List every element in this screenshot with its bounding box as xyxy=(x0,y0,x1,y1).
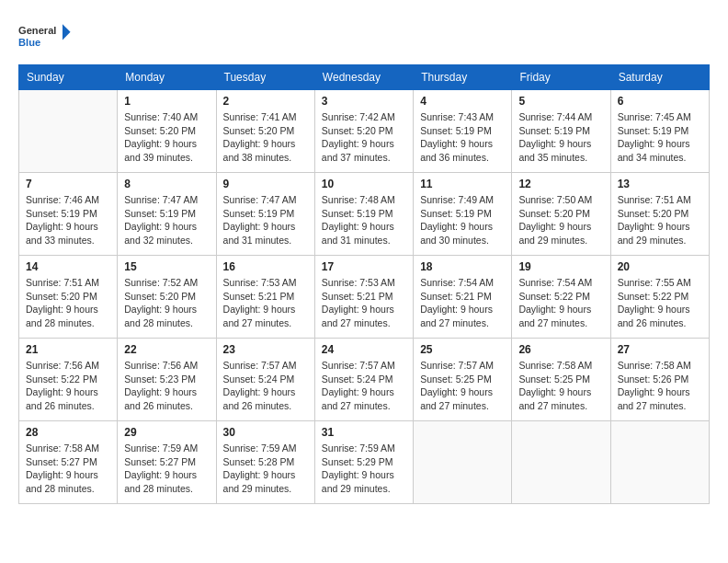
calendar-cell: 18Sunrise: 7:54 AM Sunset: 5:21 PM Dayli… xyxy=(414,256,512,339)
calendar-cell xyxy=(512,421,610,504)
calendar-cell: 7Sunrise: 7:46 AM Sunset: 5:19 PM Daylig… xyxy=(19,173,118,256)
weekday-header: Tuesday xyxy=(216,65,314,90)
day-number: 13 xyxy=(618,178,702,190)
day-info: Sunrise: 7:54 AM Sunset: 5:21 PM Dayligh… xyxy=(420,276,505,330)
day-number: 18 xyxy=(420,260,505,273)
day-info: Sunrise: 7:53 AM Sunset: 5:21 PM Dayligh… xyxy=(223,276,308,330)
day-number: 28 xyxy=(26,426,110,439)
calendar-cell: 4Sunrise: 7:43 AM Sunset: 5:19 PM Daylig… xyxy=(414,90,512,173)
day-number: 4 xyxy=(420,95,505,108)
calendar-cell: 6Sunrise: 7:45 AM Sunset: 5:19 PM Daylig… xyxy=(610,90,709,173)
calendar-table: SundayMondayTuesdayWednesdayThursdayFrid… xyxy=(18,64,710,504)
calendar-cell: 31Sunrise: 7:59 AM Sunset: 5:29 PM Dayli… xyxy=(314,421,413,504)
calendar-cell: 5Sunrise: 7:44 AM Sunset: 5:19 PM Daylig… xyxy=(512,90,610,173)
day-info: Sunrise: 7:48 AM Sunset: 5:19 PM Dayligh… xyxy=(322,193,406,247)
calendar-cell: 27Sunrise: 7:58 AM Sunset: 5:26 PM Dayli… xyxy=(610,339,709,421)
weekday-header: Wednesday xyxy=(314,65,413,90)
calendar-week-row: 14Sunrise: 7:51 AM Sunset: 5:20 PM Dayli… xyxy=(19,256,710,339)
day-number: 11 xyxy=(420,178,505,190)
calendar-cell: 24Sunrise: 7:57 AM Sunset: 5:24 PM Dayli… xyxy=(314,339,413,421)
day-info: Sunrise: 7:59 AM Sunset: 5:29 PM Dayligh… xyxy=(322,442,406,496)
day-number: 19 xyxy=(518,260,603,273)
calendar-cell: 20Sunrise: 7:55 AM Sunset: 5:22 PM Dayli… xyxy=(610,256,709,339)
day-number: 25 xyxy=(420,343,505,356)
calendar-cell: 17Sunrise: 7:53 AM Sunset: 5:21 PM Dayli… xyxy=(314,256,413,339)
day-info: Sunrise: 7:52 AM Sunset: 5:20 PM Dayligh… xyxy=(124,276,209,330)
day-number: 21 xyxy=(26,343,110,356)
calendar-cell: 2Sunrise: 7:41 AM Sunset: 5:20 PM Daylig… xyxy=(216,90,314,173)
calendar-cell: 19Sunrise: 7:54 AM Sunset: 5:22 PM Dayli… xyxy=(512,256,610,339)
day-info: Sunrise: 7:47 AM Sunset: 5:19 PM Dayligh… xyxy=(223,193,308,247)
calendar-cell: 1Sunrise: 7:40 AM Sunset: 5:20 PM Daylig… xyxy=(118,90,216,173)
day-number: 7 xyxy=(26,178,110,190)
weekday-header: Thursday xyxy=(414,65,512,90)
day-info: Sunrise: 7:46 AM Sunset: 5:19 PM Dayligh… xyxy=(26,193,110,247)
day-info: Sunrise: 7:59 AM Sunset: 5:28 PM Dayligh… xyxy=(223,442,308,496)
day-number: 30 xyxy=(223,426,308,439)
page-header: General Blue xyxy=(18,18,710,55)
day-info: Sunrise: 7:56 AM Sunset: 5:22 PM Dayligh… xyxy=(26,359,110,413)
logo: General Blue xyxy=(18,18,74,55)
day-number: 31 xyxy=(322,426,406,439)
day-info: Sunrise: 7:49 AM Sunset: 5:19 PM Dayligh… xyxy=(420,193,505,247)
day-number: 1 xyxy=(124,95,209,108)
day-info: Sunrise: 7:45 AM Sunset: 5:19 PM Dayligh… xyxy=(618,110,702,165)
calendar-cell xyxy=(414,421,512,504)
day-number: 29 xyxy=(124,426,209,439)
calendar-cell: 29Sunrise: 7:59 AM Sunset: 5:27 PM Dayli… xyxy=(118,421,216,504)
calendar-cell: 9Sunrise: 7:47 AM Sunset: 5:19 PM Daylig… xyxy=(216,173,314,256)
day-number: 12 xyxy=(518,178,603,190)
day-number: 2 xyxy=(223,95,308,108)
day-number: 16 xyxy=(223,260,308,273)
calendar-cell: 13Sunrise: 7:51 AM Sunset: 5:20 PM Dayli… xyxy=(610,173,709,256)
day-number: 26 xyxy=(518,343,603,356)
day-info: Sunrise: 7:57 AM Sunset: 5:25 PM Dayligh… xyxy=(420,359,505,413)
weekday-header: Saturday xyxy=(610,65,709,90)
day-number: 15 xyxy=(124,260,209,273)
calendar-cell: 23Sunrise: 7:57 AM Sunset: 5:24 PM Dayli… xyxy=(216,339,314,421)
calendar-week-row: 21Sunrise: 7:56 AM Sunset: 5:22 PM Dayli… xyxy=(19,339,710,421)
calendar-header-row: SundayMondayTuesdayWednesdayThursdayFrid… xyxy=(19,65,710,90)
day-number: 20 xyxy=(618,260,702,273)
day-number: 17 xyxy=(322,260,406,273)
day-info: Sunrise: 7:40 AM Sunset: 5:20 PM Dayligh… xyxy=(124,110,209,165)
calendar-cell: 28Sunrise: 7:58 AM Sunset: 5:27 PM Dayli… xyxy=(19,421,118,504)
day-info: Sunrise: 7:58 AM Sunset: 5:25 PM Dayligh… xyxy=(518,359,603,413)
calendar-cell: 22Sunrise: 7:56 AM Sunset: 5:23 PM Dayli… xyxy=(118,339,216,421)
day-info: Sunrise: 7:53 AM Sunset: 5:21 PM Dayligh… xyxy=(322,276,406,330)
day-info: Sunrise: 7:58 AM Sunset: 5:26 PM Dayligh… xyxy=(618,359,702,413)
day-info: Sunrise: 7:56 AM Sunset: 5:23 PM Dayligh… xyxy=(124,359,209,413)
calendar-week-row: 7Sunrise: 7:46 AM Sunset: 5:19 PM Daylig… xyxy=(19,173,710,256)
day-number: 24 xyxy=(322,343,406,356)
day-info: Sunrise: 7:59 AM Sunset: 5:27 PM Dayligh… xyxy=(124,442,209,496)
day-info: Sunrise: 7:58 AM Sunset: 5:27 PM Dayligh… xyxy=(26,442,110,496)
day-info: Sunrise: 7:51 AM Sunset: 5:20 PM Dayligh… xyxy=(26,276,110,330)
day-number: 8 xyxy=(124,178,209,190)
calendar-week-row: 28Sunrise: 7:58 AM Sunset: 5:27 PM Dayli… xyxy=(19,421,710,504)
weekday-header: Monday xyxy=(118,65,216,90)
day-number: 27 xyxy=(618,343,702,356)
calendar-cell: 12Sunrise: 7:50 AM Sunset: 5:20 PM Dayli… xyxy=(512,173,610,256)
day-number: 22 xyxy=(124,343,209,356)
svg-text:Blue: Blue xyxy=(18,37,40,48)
calendar-cell: 25Sunrise: 7:57 AM Sunset: 5:25 PM Dayli… xyxy=(414,339,512,421)
calendar-cell: 10Sunrise: 7:48 AM Sunset: 5:19 PM Dayli… xyxy=(314,173,413,256)
calendar-cell: 16Sunrise: 7:53 AM Sunset: 5:21 PM Dayli… xyxy=(216,256,314,339)
day-info: Sunrise: 7:54 AM Sunset: 5:22 PM Dayligh… xyxy=(518,276,603,330)
day-info: Sunrise: 7:44 AM Sunset: 5:19 PM Dayligh… xyxy=(518,110,603,165)
calendar-week-row: 1Sunrise: 7:40 AM Sunset: 5:20 PM Daylig… xyxy=(19,90,710,173)
logo-svg: General Blue xyxy=(18,18,74,55)
calendar-cell: 30Sunrise: 7:59 AM Sunset: 5:28 PM Dayli… xyxy=(216,421,314,504)
day-number: 5 xyxy=(518,95,603,108)
weekday-header: Friday xyxy=(512,65,610,90)
day-info: Sunrise: 7:51 AM Sunset: 5:20 PM Dayligh… xyxy=(618,193,702,247)
day-number: 10 xyxy=(322,178,406,190)
day-info: Sunrise: 7:47 AM Sunset: 5:19 PM Dayligh… xyxy=(124,193,209,247)
weekday-header: Sunday xyxy=(19,65,118,90)
day-info: Sunrise: 7:41 AM Sunset: 5:20 PM Dayligh… xyxy=(223,110,308,165)
calendar-cell: 21Sunrise: 7:56 AM Sunset: 5:22 PM Dayli… xyxy=(19,339,118,421)
day-number: 23 xyxy=(223,343,308,356)
day-info: Sunrise: 7:43 AM Sunset: 5:19 PM Dayligh… xyxy=(420,110,505,165)
calendar-cell xyxy=(610,421,709,504)
calendar-cell: 8Sunrise: 7:47 AM Sunset: 5:19 PM Daylig… xyxy=(118,173,216,256)
